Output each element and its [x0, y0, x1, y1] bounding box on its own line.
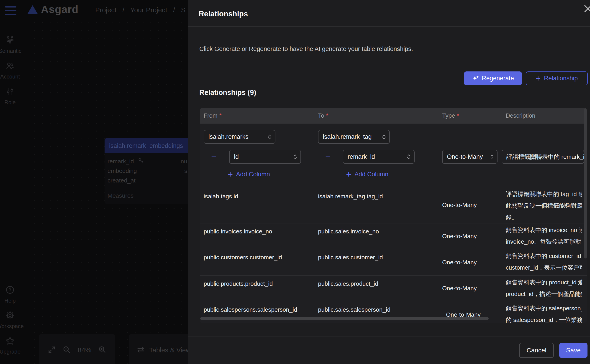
from-value: public.products.product_id — [200, 276, 314, 301]
from-value: isaiah.tags.id — [200, 187, 314, 223]
sidebar-item-semantic[interactable]: Semantic — [0, 35, 23, 54]
zoom-controls-panel: 84% — [39, 334, 115, 364]
description-input[interactable]: 評語標籤關聯表中的 remark_id — [502, 150, 584, 164]
plus-icon: + — [536, 74, 541, 83]
modal-footer: Cancel Save — [188, 336, 590, 364]
type-value: One-to-Many — [438, 276, 502, 301]
sidebar-item-workspace[interactable]: Workspace — [0, 311, 23, 329]
sidebar: Semantic Account Role Help — [0, 22, 27, 364]
relationships-count-heading: Relationships (9) — [199, 89, 256, 97]
regenerate-label: Regenerate — [482, 75, 514, 82]
type-value: One-to-Many — [438, 187, 502, 223]
save-button[interactable]: Save — [559, 343, 588, 358]
to-table-select[interactable]: isaiah.remark_tag — [318, 130, 390, 144]
description-value: 銷售資料表中的 invoice_no 連 invoice_no。每張發票可能對 — [502, 223, 587, 249]
chevron-updown-icon — [490, 154, 493, 159]
add-to-column-button[interactable]: + Add Column — [346, 170, 389, 179]
to-column-select[interactable]: remark_id — [343, 150, 415, 164]
modal-header: Relationships — [188, 0, 590, 27]
asgard-logo-icon — [27, 5, 38, 14]
table-card-body: remark_id nu embedding s created_at Meas… — [105, 153, 190, 204]
star-icon — [6, 336, 14, 346]
horizontal-scrollbar[interactable] — [200, 317, 489, 320]
zoom-out-icon[interactable] — [63, 345, 71, 355]
zoom-level: 84% — [78, 346, 91, 354]
to-value: isaiah.remark_tag.tag_id — [314, 187, 438, 223]
to-value: public.sales.product_id — [314, 276, 438, 301]
sidebar-item-label: Role — [4, 99, 15, 105]
menu-icon[interactable] — [5, 6, 16, 15]
relationship-row[interactable]: public.products.product_id public.sales.… — [200, 275, 587, 301]
vertical-scrollbar[interactable] — [584, 108, 587, 259]
table-card-remark-embeddings[interactable]: isaiah.remark_embeddings remark_id nu em… — [105, 138, 190, 204]
description-value: 銷售資料表中的 product_id 連 product_id，描述一個產品能夠 — [502, 276, 587, 301]
table-card-column-row: remark_id nu — [105, 156, 190, 166]
sidebar-item-label: Workspace — [0, 323, 24, 329]
semantic-network-icon — [6, 35, 14, 46]
sidebar-item-role[interactable]: Role — [0, 87, 23, 105]
remove-to-column-icon[interactable]: − — [325, 152, 330, 161]
swap-arrows-icon — [136, 345, 145, 355]
required-marker: * — [457, 112, 459, 119]
cancel-button[interactable]: Cancel — [519, 343, 554, 358]
description-value: 銷售資料表中的 salesperson_ 的 salesperson_id，一位… — [502, 301, 587, 323]
breadcrumb-separator: / — [173, 6, 175, 14]
table-card-divider — [105, 187, 190, 187]
sparkles-icon — [472, 75, 479, 82]
sidebar-item-help[interactable]: Help — [0, 285, 23, 304]
brand-title: Asgard — [41, 3, 78, 15]
regenerate-button[interactable]: Regenerate — [464, 72, 522, 85]
to-value: public.sales.invoice_no — [314, 223, 438, 249]
from-table-select[interactable]: isaiah.remarks — [204, 130, 275, 144]
modal-description: Click Generate or Regenerate to have the… — [199, 46, 413, 52]
help-icon — [6, 285, 14, 295]
type-value: One-to-Many — [438, 223, 502, 249]
to-value: public.sales.customer_id — [314, 249, 438, 275]
plus-icon: + — [228, 170, 233, 179]
account-people-icon — [6, 61, 14, 71]
relationship-edit-row: isaiah.remarks isaiah.remark_tag − id − … — [200, 123, 587, 187]
chevron-updown-icon — [382, 134, 386, 140]
sidebar-item-label: Account — [0, 73, 20, 80]
from-column-select[interactable]: id — [229, 150, 301, 164]
breadcrumb-your-project[interactable]: Your Project — [130, 6, 167, 14]
table-card-title: isaiah.remark_embeddings — [109, 143, 183, 150]
required-marker: * — [326, 112, 328, 119]
plus-icon: + — [346, 170, 351, 179]
sidebar-item-upgrade[interactable]: Upgrade — [0, 336, 23, 355]
sidebar-item-label: Semantic — [0, 48, 21, 54]
breadcrumb-project[interactable]: Project — [95, 6, 116, 14]
add-relationship-label: Relationship — [544, 75, 578, 82]
sidebar-item-account[interactable]: Account — [0, 61, 23, 80]
modal-title: Relationships — [199, 10, 248, 18]
description-value: 銷售資料表中的 customer_id 連 customer_id，表示一位客戶… — [502, 249, 587, 275]
add-from-column-button[interactable]: + Add Column — [228, 170, 270, 179]
role-sliders-icon — [6, 87, 14, 97]
breadcrumb-separator: / — [122, 6, 124, 14]
table-card-measures-label: Measures — [107, 192, 190, 199]
type-value: One-to-Many — [438, 249, 502, 275]
relationship-row[interactable]: isaiah.tags.id isaiah.remark_tag.tag_id … — [200, 187, 587, 223]
chevron-updown-icon — [407, 154, 410, 160]
from-value: public.customers.customer_id — [200, 249, 314, 275]
relationship-row[interactable]: public.invoices.invoice_no public.sales.… — [200, 223, 587, 249]
relationship-row[interactable]: public.customers.customer_id public.sale… — [200, 249, 587, 275]
relationships-modal: Relationships Click Generate or Regenera… — [188, 0, 590, 364]
gear-icon — [6, 311, 14, 321]
sidebar-item-label: Upgrade — [0, 349, 20, 355]
table-card-column-row: created_at — [105, 176, 190, 185]
primary-key-icon — [138, 157, 144, 166]
add-relationship-button[interactable]: + Relationship — [526, 72, 588, 85]
sidebar-item-label: Help — [4, 298, 15, 304]
breadcrumb-schema[interactable]: S — [181, 6, 185, 14]
fit-view-icon[interactable] — [48, 345, 56, 355]
table-card-header: isaiah.remark_embeddings — [105, 138, 190, 153]
remove-from-column-icon[interactable]: − — [211, 152, 216, 161]
chevron-updown-icon — [293, 154, 297, 160]
zoom-in-icon[interactable] — [98, 345, 106, 355]
table-card-column-row: embedding s — [105, 166, 190, 176]
type-select[interactable]: One-to-Many — [442, 150, 497, 164]
required-marker: * — [219, 112, 222, 119]
close-icon[interactable] — [583, 4, 590, 13]
from-value: public.invoices.invoice_no — [200, 223, 314, 249]
